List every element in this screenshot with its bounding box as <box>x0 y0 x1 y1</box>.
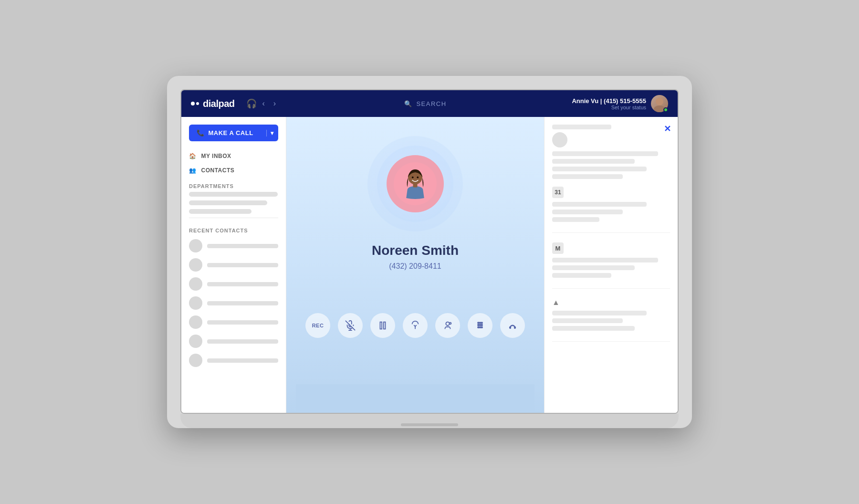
logo-text: dialpad <box>203 98 235 109</box>
svg-point-17 <box>481 322 482 324</box>
record-button[interactable]: REC <box>305 313 330 338</box>
logo-dot-small <box>196 102 199 105</box>
avatar <box>189 258 202 272</box>
make-call-button[interactable]: 📞 MAKE A CALL ▾ <box>189 125 278 141</box>
close-button[interactable]: ✕ <box>664 124 671 134</box>
skeleton-line <box>552 151 658 156</box>
avatar <box>189 335 202 348</box>
hangup-button[interactable] <box>500 313 525 338</box>
svg-point-5 <box>412 177 414 178</box>
recent-contacts-title: RECENT CONTACTS <box>181 222 286 236</box>
dept-skeleton-2 <box>189 200 267 205</box>
dept-skeleton-3 <box>189 209 251 214</box>
mute-button[interactable] <box>338 313 363 338</box>
gmail-icon: M <box>552 242 564 254</box>
list-item[interactable] <box>181 313 286 332</box>
call-panel: Noreen Smith (432) 209-8411 REC <box>286 117 544 413</box>
headset-icon[interactable]: 🎧 <box>246 98 257 109</box>
contacts-label: CONTACTS <box>201 167 235 174</box>
skeleton-line <box>552 326 635 331</box>
sidebar-divider <box>189 218 278 218</box>
call-controls: REC <box>305 313 525 357</box>
skeleton-line <box>552 167 647 171</box>
pause-button[interactable] <box>370 313 395 338</box>
logo: dialpad <box>191 98 235 109</box>
skeleton-line <box>552 174 623 179</box>
user-area: Annie Vu | (415) 515-5555 Set your statu… <box>572 95 668 112</box>
caller-photo <box>387 155 444 212</box>
list-item[interactable] <box>181 255 286 274</box>
list-item[interactable] <box>181 332 286 351</box>
search-label: SEARCH <box>416 100 446 107</box>
inbox-icon: 🏠 <box>189 153 197 159</box>
list-item[interactable] <box>181 274 286 294</box>
svg-point-18 <box>478 325 479 326</box>
svg-point-21 <box>478 326 479 328</box>
skeleton-line <box>552 265 635 270</box>
svg-rect-10 <box>380 322 382 329</box>
coach-button[interactable] <box>435 313 460 338</box>
sidebar-item-inbox[interactable]: 🏠 MY INBOX <box>181 149 286 163</box>
list-item[interactable] <box>181 294 286 313</box>
skeleton-avatar <box>552 132 567 147</box>
laptop-bottom <box>180 414 679 428</box>
svg-point-22 <box>480 326 481 328</box>
calendar-icon: 31 <box>552 187 564 198</box>
sidebar-item-contacts[interactable]: 👥 CONTACTS <box>181 163 286 178</box>
skeleton-line <box>552 210 623 214</box>
transfer-button[interactable] <box>403 313 428 338</box>
list-item[interactable] <box>181 236 286 255</box>
right-section-drive: ▲ <box>552 298 670 342</box>
skeleton-line <box>552 258 658 262</box>
dropdown-arrow-icon[interactable]: ▾ <box>266 130 274 136</box>
laptop-notch <box>401 423 458 426</box>
svg-rect-11 <box>384 322 386 329</box>
contacts-icon: 👥 <box>189 167 197 174</box>
nav-back-button[interactable]: ‹ <box>260 97 268 110</box>
skeleton-line <box>552 202 647 207</box>
avatar <box>189 354 202 367</box>
drive-icon: ▲ <box>552 298 560 307</box>
user-info: Annie Vu | (415) 515-5555 Set your statu… <box>572 97 646 110</box>
avatar <box>189 315 202 329</box>
svg-point-23 <box>481 326 482 328</box>
caller-phone: (432) 209-8411 <box>389 262 441 271</box>
svg-point-20 <box>481 325 482 326</box>
drive-icon-row: ▲ <box>552 298 670 307</box>
skeleton-line <box>552 273 611 278</box>
logo-icon <box>191 102 199 105</box>
skeleton-line <box>552 125 611 129</box>
status-dot <box>663 107 668 112</box>
avatar-wrapper <box>651 95 668 112</box>
inbox-label: MY INBOX <box>201 153 231 159</box>
user-status-link[interactable]: Set your status <box>572 105 646 110</box>
avatar <box>189 277 202 291</box>
avatar <box>189 296 202 310</box>
sidebar: 📞 MAKE A CALL ▾ 🏠 MY INBOX 👥 CONTACTS DE… <box>181 117 286 413</box>
search-box[interactable]: 🔍 SEARCH <box>404 100 447 107</box>
search-area: 🔍 SEARCH <box>286 100 564 107</box>
svg-point-15 <box>478 322 479 324</box>
keypad-button[interactable] <box>468 313 492 338</box>
right-skeleton-top <box>552 125 670 179</box>
call-info: Noreen Smith (432) 209-8411 <box>367 136 463 286</box>
main-content: 📞 MAKE A CALL ▾ 🏠 MY INBOX 👥 CONTACTS DE… <box>181 117 678 413</box>
svg-point-0 <box>656 98 663 105</box>
svg-rect-4 <box>413 183 418 188</box>
svg-point-6 <box>417 177 419 178</box>
skeleton-line <box>552 217 599 222</box>
svg-point-14 <box>450 323 451 325</box>
caller-name: Noreen Smith <box>372 243 459 258</box>
caller-photo-area <box>367 136 463 231</box>
right-panel: ✕ 31 <box>544 117 678 413</box>
call-bar <box>296 384 534 413</box>
calendar-icon-row: 31 <box>552 187 670 198</box>
skeleton-line <box>552 311 647 315</box>
nav-controls: 🎧 ‹ › <box>246 97 279 110</box>
list-item[interactable] <box>181 351 286 370</box>
dept-skeleton-1 <box>189 192 278 197</box>
nav-forward-button[interactable]: › <box>271 97 279 110</box>
svg-point-13 <box>446 322 449 326</box>
svg-point-16 <box>480 322 481 324</box>
top-navigation: dialpad 🎧 ‹ › 🔍 SEARCH Annie Vu | (415) … <box>181 90 678 117</box>
